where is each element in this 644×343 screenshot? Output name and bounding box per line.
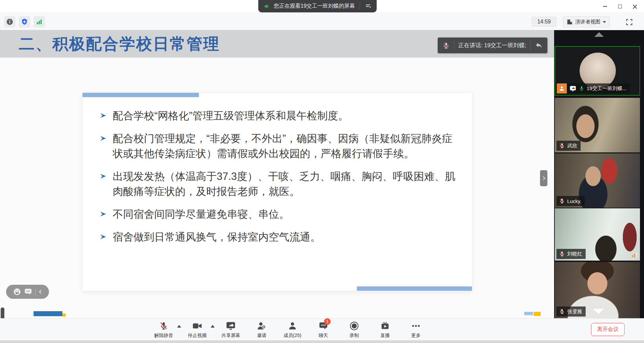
- participant-name-bar: Lucky.: [556, 196, 585, 206]
- participant-name: Lucky.: [567, 198, 581, 204]
- shared-screen-area: 二、积极配合学校日常管理 正在讲话: 19交工一班刘蝶;: [0, 30, 554, 318]
- bottom-toolbar: 解除静音 停止视频: [0, 318, 644, 340]
- speaking-indicator-banner: 正在讲话: 19交工一班刘蝶;: [438, 38, 547, 53]
- leftover-scrollbar: [1, 307, 4, 318]
- slide-bullet: 出现发发热（体温高于37.3度）、干咳、乏力、咽痛、胸闷、呼吸困难、肌肉酸痛等症…: [99, 169, 458, 199]
- toolbar-button-group: 解除静音 停止视频: [148, 321, 431, 339]
- bullet-arrow-icon: [99, 112, 107, 120]
- taskbar-strip: [0, 340, 644, 343]
- invite-button[interactable]: 邀请: [251, 321, 272, 339]
- mic-muted-icon: [559, 143, 565, 149]
- participant-name-bar: 武欣: [556, 141, 581, 151]
- more-dots-icon: [411, 321, 421, 331]
- info-icon: [6, 18, 13, 25]
- slide-artifact-yellow: [534, 312, 541, 316]
- fullscreen-button[interactable]: [625, 17, 634, 27]
- leave-meeting-button[interactable]: 离开会议: [591, 323, 625, 336]
- meeting-info-button[interactable]: [4, 16, 15, 27]
- members-button[interactable]: 成员(25): [282, 321, 303, 339]
- maximize-button[interactable]: [612, 0, 627, 13]
- record-button[interactable]: 录制: [343, 321, 365, 339]
- participant-name-bar: 张雯雅: [556, 306, 586, 317]
- participant-tile-lucky[interactable]: Lucky.: [555, 153, 640, 208]
- stop-video-button[interactable]: 停止视频: [186, 321, 208, 339]
- chat-button[interactable]: 1 聊天: [313, 321, 334, 339]
- banner-divider: [530, 41, 531, 50]
- mic-muted-icon: [559, 198, 565, 204]
- slide-bullet: 配合学校“网格化”管理五级管理体系和晨午检制度。: [99, 108, 458, 123]
- meeting-clock: 14:59: [532, 17, 556, 27]
- security-button[interactable]: [19, 16, 30, 27]
- scroll-up-arrow[interactable]: [594, 32, 604, 37]
- mouse-cursor: [350, 136, 355, 144]
- participant-name: 张雯雅: [567, 308, 582, 315]
- participant-name-bar: 19交工一班刘蝶...: [557, 83, 630, 93]
- meeting-time: 14:59: [537, 19, 551, 25]
- live-stream-button[interactable]: 直播: [374, 321, 396, 339]
- unmute-button[interactable]: 解除静音: [153, 321, 174, 339]
- screen-sharing-icon: [569, 85, 577, 92]
- participant-tile-liuxiaohong[interactable]: 刘晓红: [555, 208, 640, 261]
- more-button[interactable]: 更多: [405, 321, 427, 339]
- invite-icon: [257, 321, 266, 331]
- window-controls: [598, 0, 642, 13]
- emoji-reaction-icon[interactable]: [13, 288, 21, 296]
- participant-name: 19交工一班刘蝶...: [587, 85, 627, 92]
- participant-name-bar: 刘晓红: [556, 249, 586, 259]
- mic-options-caret[interactable]: [177, 325, 181, 328]
- accent-bar-bottom: [357, 286, 472, 291]
- reaction-toolbar: [6, 285, 49, 299]
- speaking-text: 正在讲话: 19交工一班刘蝶;: [458, 42, 526, 49]
- slide-title: 二、积极配合学校日常管理: [19, 33, 220, 55]
- mic-muted-icon: [442, 42, 450, 49]
- banner-menu-icon[interactable]: [363, 2, 374, 10]
- minimize-button[interactable]: [598, 0, 612, 13]
- mic-muted-icon: [559, 251, 565, 257]
- mic-muted-icon: [159, 321, 168, 331]
- shield-plus-icon: [21, 18, 28, 25]
- participant-name: 刘晓红: [567, 251, 582, 257]
- taskbar-artifact-blue: [34, 311, 62, 316]
- banner-divider: [454, 41, 454, 50]
- mic-muted-icon: [559, 308, 565, 315]
- chevron-right-icon: [541, 176, 545, 180]
- share-screen-button[interactable]: 共享屏幕: [220, 321, 241, 339]
- chevron-down-icon: [603, 21, 606, 23]
- record-icon: [350, 321, 359, 331]
- layout-icon: [567, 19, 573, 25]
- slide-bullet: 配合校门管理规定，“非必要，不外出”，确因事、因病（非疑似新冠肺炎症状或其他传染…: [99, 131, 458, 161]
- taskbar-artifact-yellow: [62, 314, 66, 317]
- chat-unread-badge: 1: [324, 318, 331, 325]
- camera-icon: [192, 322, 202, 330]
- signal-bars-icon: [36, 18, 43, 25]
- quick-chat-icon[interactable]: [24, 288, 32, 295]
- members-icon: [288, 321, 297, 331]
- sidebar-collapse-handle[interactable]: [540, 170, 547, 186]
- bullet-arrow-icon: [99, 210, 107, 218]
- reply-arrow-icon[interactable]: [535, 42, 543, 49]
- participant-tile-liudie[interactable]: 19交工一班刘蝶...: [555, 46, 640, 95]
- slide-bullet: 不同宿舍间同学尽量避免串寝、串位。: [99, 207, 458, 222]
- slide-artifact-blue: [524, 312, 533, 315]
- close-button[interactable]: [627, 0, 642, 13]
- network-quality-button[interactable]: [34, 16, 45, 27]
- view-mode-selector[interactable]: 演讲者视图: [563, 16, 610, 27]
- video-options-caret[interactable]: [211, 325, 215, 328]
- participant-name: 武欣: [567, 143, 577, 149]
- participant-tile-wuxin[interactable]: 武欣: [555, 98, 640, 152]
- share-screen-icon: [226, 321, 236, 331]
- speaker-icon: [264, 3, 270, 10]
- bullet-arrow-icon: [99, 172, 107, 180]
- accent-bar-top: [83, 93, 199, 97]
- watching-banner-text: 您正在观看19交工一班刘蝶的屏幕: [274, 3, 355, 10]
- bullet-arrow-icon: [99, 233, 107, 241]
- fullscreen-icon: [625, 18, 633, 26]
- bullet-arrow-icon: [99, 134, 107, 142]
- collapse-pill-icon[interactable]: [39, 290, 43, 293]
- slide-bullet-list: 配合学校“网格化”管理五级管理体系和晨午检制度。 配合校门管理规定，“非必要，不…: [99, 108, 458, 252]
- mic-on-icon: [579, 85, 584, 91]
- view-mode-label: 演讲者视图: [575, 19, 600, 25]
- host-badge-icon: [557, 83, 567, 93]
- scroll-down-arrow[interactable]: [593, 309, 604, 314]
- network-warning-icon: [632, 253, 637, 257]
